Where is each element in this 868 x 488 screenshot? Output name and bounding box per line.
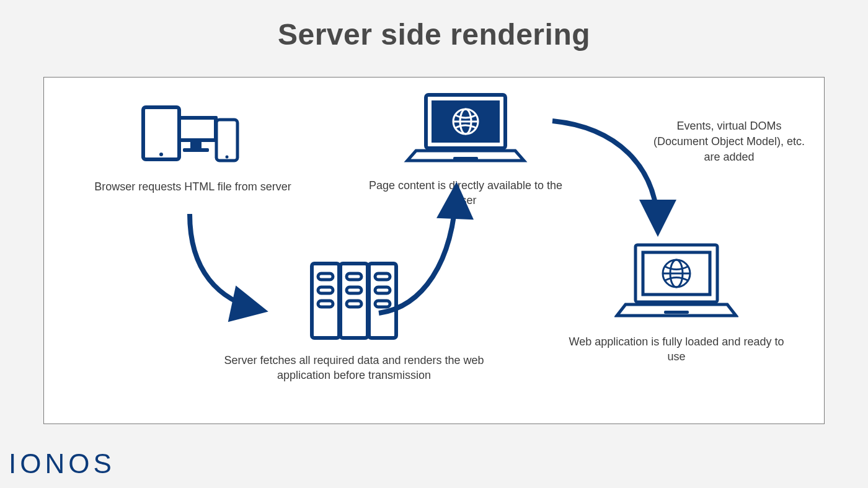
node-app-caption: Web application is fully loaded and read… bbox=[565, 334, 788, 365]
svg-point-7 bbox=[226, 156, 229, 159]
server-rack-icon bbox=[304, 257, 404, 344]
svg-rect-28 bbox=[664, 311, 689, 314]
brand-logo: IONOS bbox=[9, 448, 115, 479]
arrow-page-to-app bbox=[552, 121, 658, 229]
devices-icon bbox=[137, 102, 249, 171]
laptop-globe-outline-icon bbox=[614, 239, 738, 326]
node-browser: Browser requests HTML file from server bbox=[94, 102, 292, 194]
svg-rect-4 bbox=[143, 107, 179, 159]
svg-point-5 bbox=[159, 153, 163, 156]
node-page-caption: Page content is directly available to th… bbox=[366, 178, 565, 208]
node-browser-caption: Browser requests HTML file from server bbox=[94, 179, 292, 194]
svg-rect-6 bbox=[216, 120, 237, 161]
svg-rect-2 bbox=[190, 142, 202, 148]
svg-rect-22 bbox=[453, 157, 478, 160]
node-server: Server fetches all required data and ren… bbox=[224, 257, 484, 383]
node-page: Page content is directly available to th… bbox=[366, 89, 565, 208]
svg-rect-1 bbox=[178, 120, 214, 138]
diagram-panel: Browser requests HTML file from server bbox=[43, 77, 825, 424]
svg-rect-3 bbox=[183, 148, 209, 152]
diagram-title: Server side rendering bbox=[0, 0, 868, 51]
node-app: Web application is fully loaded and read… bbox=[565, 239, 788, 365]
arrow-label-events: Events, virtual DOMs (Document Object Mo… bbox=[649, 118, 810, 166]
laptop-globe-icon bbox=[404, 89, 528, 169]
node-server-caption: Server fetches all required data and ren… bbox=[224, 353, 484, 383]
